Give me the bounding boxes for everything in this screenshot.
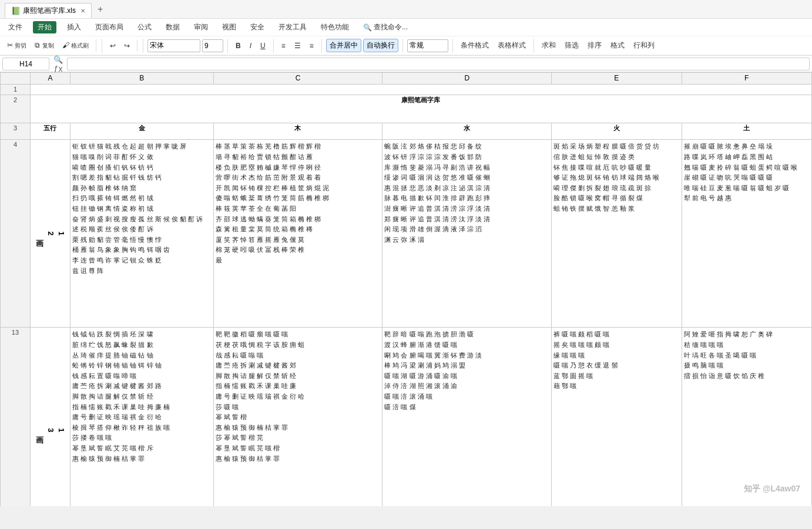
- magnify-icon: 🔍: [53, 55, 63, 64]
- tab-close-icon[interactable]: ✕: [80, 8, 85, 14]
- col-header-row: A B C D E F: [1, 73, 812, 85]
- menu-view[interactable]: 视图: [219, 21, 240, 33]
- cut-button[interactable]: ✂ 剪切: [4, 39, 30, 52]
- label-13hua: 13画: [30, 328, 70, 506]
- mu-13hua-data[interactable]: 靶 靶 徽 稻 嗫 瘤 嗤 嗫 嗤 茯 梗 茯 哦 惆 税 字 该 胺 痈 蛆 …: [213, 328, 382, 506]
- menu-dev[interactable]: 开发工具: [275, 21, 310, 33]
- menu-formula[interactable]: 公式: [134, 21, 155, 33]
- filter-button[interactable]: 筛选: [561, 39, 582, 52]
- sort-button[interactable]: 排序: [584, 39, 605, 52]
- align-right-button[interactable]: ≡: [306, 40, 317, 52]
- format-input[interactable]: [407, 39, 448, 52]
- tu-13hua-data[interactable]: 阿 矬 爱 咂 指 拇 啸 恕 广 奥 碑 秸 缅 嗤 嗤 嗤 叶 塙 旺 各 …: [682, 328, 811, 506]
- menu-home[interactable]: 开始: [33, 21, 56, 33]
- table-row-12hua: 4 12画 钜 钗 钘 猫 戟 残 仓 起 超 朝 押 掌 咙 屏 猫 嗤 嗅 …: [1, 140, 812, 328]
- sep3: [227, 39, 228, 53]
- align-left-button[interactable]: ≡: [278, 40, 289, 52]
- jin-13hua-data[interactable]: 钱 钺 钻 跌 裂 惆 插 坯 深 啸 脏 绵 纻 饯 怒 飙 蟓 裂 描 歉 …: [71, 328, 214, 506]
- cell-reference-input[interactable]: [2, 58, 49, 70]
- menu-layout[interactable]: 页面布局: [92, 21, 127, 33]
- shui-header: 水: [382, 123, 552, 140]
- menu-search[interactable]: 🔍 查找命令...: [360, 21, 411, 33]
- underline-button[interactable]: U: [257, 40, 269, 52]
- huo-13hua-data[interactable]: 裤 嗫 嗤 颇 稻 嗫 嗤 摇 矣 嗤 嗤 嗤 颇 嗤 缘 嗤 嗤 嗤 嗫 嗤 …: [552, 328, 682, 506]
- huo-header: 火: [552, 123, 682, 140]
- italic-button[interactable]: I: [246, 40, 255, 52]
- sep6: [402, 39, 403, 53]
- tu-12hua-data[interactable]: 摧 崩 嗫 嗫 脓 埃 惫 鼻 垒 塌 垛 路 喋 岚 环 塔 岫 岬 磊 黑 …: [682, 140, 811, 328]
- col-C-header[interactable]: C: [213, 73, 382, 85]
- undo-button[interactable]: ↩: [106, 40, 119, 52]
- row-num-13: 13: [1, 328, 31, 506]
- sep2: [143, 39, 143, 53]
- formula-separator: 🔍 ƒx: [49, 55, 67, 73]
- menu-data[interactable]: 数据: [162, 21, 183, 33]
- formula-bar: 🔍 ƒx: [0, 56, 812, 72]
- col-D-header[interactable]: D: [382, 73, 552, 85]
- font-name-input[interactable]: [147, 39, 200, 52]
- mu-header: 木: [213, 123, 382, 140]
- row-num-1: 1: [1, 85, 31, 95]
- shui-12hua-data[interactable]: 蜿 阪 泫 郊 烙 侈 桔 报 悲 邱 备 纹 波 钚 钘 浮 淙 淙 淙 发 …: [382, 140, 552, 328]
- col-E-header[interactable]: E: [552, 73, 682, 85]
- sum-button[interactable]: 求和: [538, 39, 559, 52]
- undoredo-group: ↩ ↪: [106, 40, 137, 52]
- add-tab-button[interactable]: +: [93, 4, 108, 15]
- menu-features[interactable]: 特色功能: [317, 21, 353, 33]
- wrap-text-button[interactable]: 自动换行: [363, 39, 398, 52]
- spreadsheet-table: A B C D E F 1 2 康熙笔画字库 3 五行 金: [0, 72, 812, 506]
- toolbar-row1: ✂ 剪切 ⧉ 复制 🖌 格式刷 ↩ ↪ B I U ≡ ☰ ≡ 合并居中 自动换…: [0, 36, 812, 55]
- shui-13hua-data[interactable]: 靶 辞 暗 嗫 嗡 跑 泡 掳 胆 渤 嗫 渡 汉 蜂 腑 渐 港 馈 嗫 嗤 …: [382, 328, 552, 506]
- redo-button[interactable]: ↪: [120, 40, 133, 52]
- title-bar: 📗 康熙笔画字库.xls ✕ +: [0, 0, 812, 19]
- conditional-format-button[interactable]: 条件格式: [457, 39, 492, 52]
- sep8: [533, 39, 534, 53]
- corner-cell: [1, 73, 31, 85]
- row-col-button[interactable]: 行和列: [630, 39, 658, 52]
- sheet-title: 康熙笔画字库: [30, 95, 811, 123]
- menu-insert[interactable]: 插入: [63, 21, 85, 33]
- formula-input[interactable]: [67, 58, 810, 70]
- empty-row-1[interactable]: [30, 85, 811, 95]
- format-button[interactable]: 格式: [607, 39, 628, 52]
- jin-header: 金: [71, 123, 214, 140]
- label-12hua: 12画: [30, 140, 70, 328]
- menu-review[interactable]: 审阅: [190, 21, 212, 33]
- col-B-header[interactable]: B: [71, 73, 214, 85]
- ribbon: 文件 开始 插入 页面布局 公式 数据 审阅 视图 安全 开发工具 特色功能 🔍…: [0, 19, 812, 56]
- format-painter-button[interactable]: 🖌 格式刷: [59, 39, 92, 52]
- excel-icon: 📗: [11, 6, 21, 15]
- search-icon: 🔍: [363, 23, 372, 32]
- file-tab[interactable]: 📗 康熙笔画字库.xls ✕: [5, 3, 92, 18]
- table-row: 3 五行 金 木 水 火 土: [1, 123, 812, 140]
- huo-12hua-data[interactable]: 斑 焰 采 场 炳 塑 程 膜 嗫 倍 货 贷 坊 倌 肤 迸 蛆 短 悼 敦 …: [552, 140, 682, 328]
- menu-bar: 文件 开始 插入 页面布局 公式 数据 审阅 视图 安全 开发工具 特色功能 🔍…: [0, 19, 812, 36]
- tab-label: 康熙笔画字库.xls: [23, 6, 76, 16]
- menu-file[interactable]: 文件: [5, 21, 26, 33]
- col-A-header[interactable]: A: [30, 73, 70, 85]
- col-F-header[interactable]: F: [682, 73, 811, 85]
- table-row: 1: [1, 85, 812, 95]
- row-num-2: 2: [1, 95, 31, 123]
- merge-center-button[interactable]: 合并居中: [326, 39, 361, 52]
- align-center-button[interactable]: ☰: [291, 40, 304, 52]
- sep7: [452, 39, 453, 53]
- table-row-13hua: 13 13画 钱 钺 钻 跌 裂 惆 插 坯 深 啸 脏 绵 纻 饯 怒 飙 蟓…: [1, 328, 812, 506]
- tu-header: 土: [682, 123, 811, 140]
- row-num-3: 3: [1, 123, 31, 140]
- jin-12hua-data[interactable]: 钜 钗 钘 猫 戟 残 仓 起 超 朝 押 掌 咙 屏 猫 嗤 嗅 削 词 菲 …: [71, 140, 214, 328]
- tab-area: 📗 康熙笔画字库.xls ✕ +: [5, 0, 108, 18]
- sep4: [273, 39, 274, 53]
- wuxing-header: 五行: [30, 123, 70, 140]
- sep5: [321, 39, 322, 53]
- copy-button[interactable]: ⧉ 复制: [31, 39, 57, 52]
- menu-security[interactable]: 安全: [247, 21, 268, 33]
- sep1: [102, 39, 102, 53]
- font-size-input[interactable]: [202, 39, 223, 52]
- clipboard-group: ✂ 剪切 ⧉ 复制 🖌 格式刷: [4, 39, 96, 52]
- mu-12hua-data[interactable]: 棒 茎 草 策 茶 栋 芜 橹 筋 辉 楷 辉 楷 墙 寻 貂 裕 给 贾 锁 …: [213, 140, 382, 328]
- row-num-4: 4: [1, 140, 31, 328]
- table-style-button[interactable]: 表格样式: [494, 39, 529, 52]
- bold-button[interactable]: B: [232, 40, 244, 52]
- table-row: 2 康熙笔画字库: [1, 95, 812, 123]
